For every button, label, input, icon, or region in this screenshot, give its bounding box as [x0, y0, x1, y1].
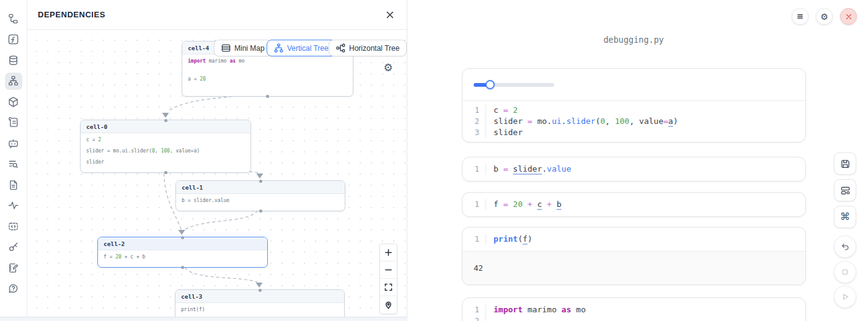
- layout-button[interactable]: [834, 179, 856, 201]
- graph-node-code: print(f): [175, 303, 344, 317]
- notebook-menu-button[interactable]: [792, 8, 808, 25]
- graph-node-code: f = 20 + c + b: [98, 250, 267, 267]
- gear-icon: ⚙: [383, 62, 392, 74]
- panel-footer-strip: [0, 317, 407, 321]
- close-icon: [845, 13, 852, 20]
- key-icon: [7, 241, 19, 253]
- code-line: slider = mo.ui.slider(0, 100, value=a): [494, 116, 805, 127]
- sidebar-item-logs[interactable]: [5, 114, 22, 131]
- graph-node-code: b = slider.value: [176, 194, 345, 211]
- snippets-icon: [7, 221, 19, 232]
- graph-node-cell-1[interactable]: cell-1 b = slider.value: [175, 180, 345, 211]
- sidebar-item-ai-chat[interactable]: [5, 134, 22, 152]
- graph-node-cell-3[interactable]: cell-3 print(f): [175, 289, 345, 317]
- cell-f[interactable]: 1 f = 20 + c + b: [462, 192, 806, 217]
- graph-node-title: cell-1: [176, 181, 345, 194]
- code-editor[interactable]: 1 2 3 c = 2 slider = mo.ui.slider(0, 100…: [463, 101, 805, 142]
- code-editor[interactable]: 1 f = 20 + c + b: [463, 193, 805, 216]
- graph-node-title: cell-2: [98, 237, 267, 250]
- notebook-settings-button[interactable]: ⚙: [816, 8, 833, 25]
- sidebar-item-tracing[interactable]: [5, 197, 22, 214]
- horizontal-tree-icon: [336, 43, 345, 53]
- sidebar-item-outline-search[interactable]: [5, 156, 22, 173]
- function-square-icon: [7, 33, 19, 45]
- code-line: import marimo as mo: [494, 304, 805, 315]
- cell-import[interactable]: 1 2 import marimo as mo: [462, 297, 806, 321]
- sidebar-item-documentation[interactable]: [5, 176, 22, 193]
- help-icon: [7, 283, 19, 294]
- cell-output-slider: [463, 69, 805, 101]
- sidebar-item-file-explorer[interactable]: [5, 10, 22, 27]
- undo-button[interactable]: [834, 235, 856, 258]
- graph-node-title: cell-3: [175, 290, 344, 303]
- scratchpad-icon: [7, 262, 19, 274]
- sidebar-item-scratchpad[interactable]: [5, 259, 22, 276]
- vertical-tree-icon: [274, 43, 283, 53]
- stop-button[interactable]: [834, 261, 856, 283]
- cell-print[interactable]: 1 print(f) 42: [462, 227, 806, 285]
- run-all-button[interactable]: [834, 286, 856, 308]
- cell-slider[interactable]: 1 2 3 c = 2 slider = mo.ui.slider(0, 100…: [462, 68, 806, 143]
- zoom-in-button[interactable]: [380, 244, 397, 262]
- sidebar-item-snippets[interactable]: [5, 218, 22, 235]
- graph-node-cell-2[interactable]: cell-2 f = 20 + c + b: [97, 237, 268, 268]
- search-list-icon: [7, 158, 19, 170]
- chat-bot-icon: [7, 138, 19, 149]
- vertical-tree-button[interactable]: Vertical Tree: [267, 40, 336, 56]
- scroll-logs-icon: [7, 117, 19, 128]
- helper-panel-rail: [0, 0, 27, 321]
- graph-node-title: cell-0: [81, 120, 250, 133]
- code-editor[interactable]: 1 b = slider.value: [463, 157, 805, 181]
- zoom-in-icon: [384, 248, 392, 257]
- slider-track[interactable]: [474, 83, 554, 87]
- console-output-value: 42: [474, 263, 483, 273]
- code-line: slider: [494, 127, 805, 138]
- line-numbers: 1: [463, 234, 486, 245]
- graph-zoom-controls: [379, 244, 397, 314]
- fit-view-icon: [384, 283, 392, 291]
- code-editor[interactable]: 1 2 import marimo as mo: [463, 298, 805, 321]
- command-icon: ⌘: [840, 212, 850, 222]
- cell-b[interactable]: 1 b = slider.value: [462, 157, 806, 182]
- minimap-button[interactable]: Mini Map: [214, 40, 272, 56]
- vertical-tree-label: Vertical Tree: [287, 44, 329, 53]
- zoom-out-button[interactable]: [380, 262, 397, 279]
- sidebar-item-variables[interactable]: [5, 31, 22, 48]
- fit-view-button[interactable]: [380, 279, 397, 296]
- code-editor[interactable]: 1 print(f): [463, 227, 805, 251]
- line-numbers: 1: [463, 164, 486, 175]
- sidebar-item-dependency-graph[interactable]: [5, 73, 22, 90]
- sidebar-item-packages[interactable]: [5, 93, 22, 110]
- graph-node-cell-0[interactable]: cell-0 c = 2 slider = mo.ui.slider(0, 10…: [80, 120, 251, 173]
- locate-pin-icon: [384, 301, 392, 309]
- menu-icon: [796, 12, 804, 20]
- zoom-out-icon: [384, 266, 392, 274]
- shutdown-button[interactable]: [840, 8, 857, 25]
- graph-settings-button[interactable]: ⚙: [382, 62, 394, 74]
- sidebar-item-secrets[interactable]: [5, 239, 22, 256]
- sidebar-item-datasources[interactable]: [5, 51, 22, 69]
- dependencies-header: DEPENDENCIES: [27, 0, 407, 30]
- notebook-filename: debugging.py: [407, 35, 860, 45]
- activity-icon: [7, 200, 19, 211]
- sidebar-item-help[interactable]: [5, 280, 22, 297]
- dependency-graph-canvas[interactable]: cell-4 import marimo as mo a = 20 cell-0…: [27, 30, 407, 317]
- stop-icon: [840, 267, 850, 277]
- layout-icon: [840, 185, 851, 196]
- gear-icon: ⚙: [820, 12, 828, 21]
- minimap-icon: [221, 43, 231, 53]
- horizontal-tree-label: Horizontal Tree: [349, 44, 399, 53]
- save-button[interactable]: [834, 152, 856, 175]
- close-panel-button[interactable]: [384, 9, 396, 21]
- horizontal-tree-button[interactable]: Horizontal Tree: [329, 40, 407, 56]
- locate-node-button[interactable]: [380, 296, 397, 314]
- notebook-area: debugging.py ⚙ 1 2 3: [407, 0, 868, 321]
- code-line: f = 20 + c + b: [494, 199, 805, 210]
- code-line: [494, 315, 805, 321]
- line-numbers: 1 2: [463, 304, 486, 321]
- dependencies-title: DEPENDENCIES: [38, 10, 105, 19]
- line-numbers: 1 2 3: [463, 105, 486, 138]
- keyboard-shortcuts-button[interactable]: ⌘: [834, 206, 856, 228]
- file-tree-icon: [7, 13, 19, 25]
- slider-handle[interactable]: [485, 80, 495, 89]
